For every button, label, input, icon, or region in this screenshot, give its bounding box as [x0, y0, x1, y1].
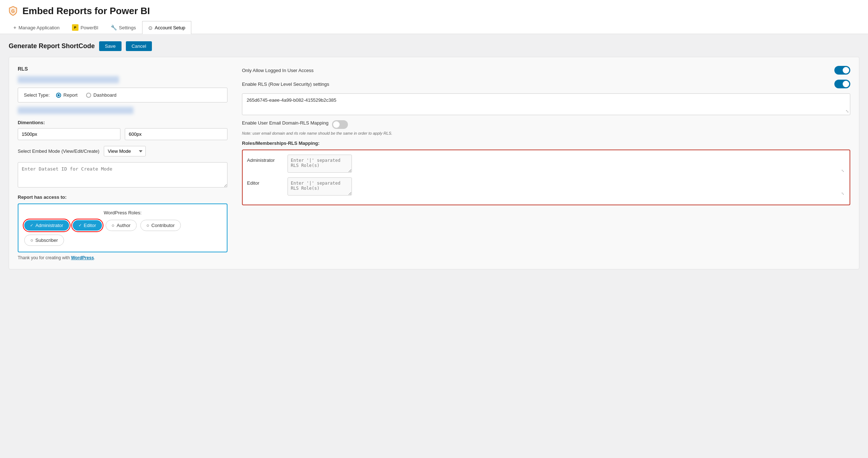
right-column: Only Allow Logged In User Access Enable …	[242, 66, 850, 260]
wordpress-roles-title: WordPress Roles:	[24, 210, 221, 215]
main-card: RLS Select Type: Report Dashboard Diment…	[9, 57, 859, 269]
email-domain-toggle-row: Enable User Email Domain-RLS Mapping	[242, 120, 850, 129]
wp-credit-link[interactable]: WordPress	[71, 255, 94, 260]
tab-settings-label: Settings	[119, 25, 136, 30]
email-note: Note: user email domain and rls role nam…	[242, 131, 850, 135]
roles-box: WordPress Roles: ✓ Administrator ✓ Edito…	[18, 203, 227, 252]
rls-settings-toggle[interactable]	[834, 80, 850, 88]
embed-mode-select[interactable]: View Mode Edit Mode Create Mode	[104, 146, 146, 156]
wrench-icon: 🔧	[111, 25, 117, 30]
rls-mapping-label: Roles/Memberships-RLS Mapping:	[242, 140, 850, 146]
select-type-label: Select Type:	[24, 92, 50, 98]
radio-dashboard-dot	[86, 93, 91, 98]
width-input[interactable]	[18, 128, 120, 140]
roles-row: ✓ Administrator ✓ Editor ○ Author ○	[24, 220, 221, 246]
check-editor-icon: ✓	[78, 223, 82, 228]
tab-account-setup[interactable]: ⊙ Account Setup	[142, 21, 192, 34]
left-column: RLS Select Type: Report Dashboard Diment…	[18, 66, 227, 260]
radio-author-icon: ○	[112, 223, 115, 228]
height-input[interactable]	[125, 128, 227, 140]
rls-settings-slider	[834, 80, 850, 88]
app-title-text: Embed Reports for Power BI	[22, 5, 150, 17]
save-button[interactable]: Save	[99, 41, 122, 51]
tab-account-setup-label: Account Setup	[155, 25, 186, 30]
role-author-button[interactable]: ○ Author	[106, 220, 137, 231]
role-author-label: Author	[116, 223, 130, 228]
role-editor-label: Editor	[84, 223, 96, 228]
powerbi-icon: P	[72, 24, 78, 31]
page-heading-row: Generate Report ShortCode Save Cancel	[9, 41, 859, 51]
page-content: Generate Report ShortCode Save Cancel RL…	[0, 34, 868, 277]
app-header: G Embed Reports for Power BI + Manage Ap…	[0, 0, 868, 34]
plus-icon: +	[13, 25, 16, 30]
role-administrator-label: Administrator	[35, 223, 63, 228]
radio-dashboard-label: Dashboard	[93, 92, 116, 98]
role-contributor-label: Contributor	[152, 223, 175, 228]
logged-in-toggle[interactable]	[834, 66, 850, 75]
rls-editor-textarea[interactable]	[288, 177, 352, 196]
app-logo-icon: G	[7, 5, 19, 17]
role-contributor-button[interactable]: ○ Contributor	[140, 220, 181, 231]
email-domain-slider	[332, 120, 348, 129]
rls-editor-row: Editor ⤡	[247, 177, 845, 197]
rls-mapping-box: Administrator ⤡ Editor ⤡	[242, 150, 850, 205]
embed-mode-row: Select Embed Mode (View/Edit/Create) Vie…	[18, 146, 227, 156]
rls-admin-name: Administrator	[247, 155, 283, 163]
svg-text:G: G	[11, 9, 14, 14]
dimensions-label: Dimentions:	[18, 120, 227, 125]
guid-box: 265d6745-eaee-4a99-b082-415529b2c385 ⤡	[242, 93, 850, 115]
access-label: Report has access to:	[18, 194, 227, 200]
radio-dashboard[interactable]: Dashboard	[86, 92, 116, 98]
tab-manage-application[interactable]: + Manage Application	[7, 21, 66, 34]
check-admin-icon: ✓	[30, 223, 33, 228]
tab-powerbi-label: PowerBI	[81, 25, 98, 30]
embed-mode-label: Select Embed Mode (View/Edit/Create)	[18, 148, 99, 154]
rls-editor-resize-icon: ⤡	[841, 192, 844, 196]
guid-resize-icon: ⤡	[846, 109, 849, 114]
page-heading: Generate Report ShortCode	[9, 42, 95, 50]
email-domain-toggle[interactable]	[332, 120, 348, 129]
dimensions-row	[18, 128, 227, 140]
guid-value: 265d6745-eaee-4a99-b082-415529b2c385	[247, 97, 336, 103]
radio-report-label: Report	[63, 92, 77, 98]
rls-section-label: RLS	[18, 66, 227, 72]
logged-in-label: Only Allow Logged In User Access	[242, 68, 314, 73]
rls-admin-resize-icon: ⤡	[841, 169, 844, 173]
logged-in-toggle-row: Only Allow Logged In User Access	[242, 66, 850, 75]
rls-settings-label: Enable RLS (Row Level Security) settings	[242, 81, 329, 87]
role-editor-button[interactable]: ✓ Editor	[73, 220, 102, 231]
blurred-field-1	[18, 76, 119, 83]
embed-mode-select-wrap: View Mode Edit Mode Create Mode	[104, 146, 146, 156]
logged-in-slider	[834, 66, 850, 75]
rls-settings-toggle-row: Enable RLS (Row Level Security) settings	[242, 80, 850, 88]
cancel-button[interactable]: Cancel	[126, 41, 152, 51]
wp-credit-text: Thank you for creating with	[18, 255, 70, 260]
rls-admin-row: Administrator ⤡	[247, 155, 845, 174]
radio-contributor-icon: ○	[146, 223, 149, 228]
email-domain-label: Enable User Email Domain-RLS Mapping	[242, 120, 328, 126]
radio-report-dot	[56, 93, 61, 98]
tab-powerbi[interactable]: P PowerBI	[66, 21, 105, 34]
tab-manage-application-label: Manage Application	[18, 25, 59, 30]
select-type-box: Select Type: Report Dashboard	[18, 88, 227, 102]
tab-settings[interactable]: 🔧 Settings	[105, 21, 142, 34]
role-administrator-button[interactable]: ✓ Administrator	[24, 220, 69, 231]
rls-admin-textarea[interactable]	[288, 155, 352, 173]
role-subscriber-label: Subscriber	[35, 238, 58, 243]
app-title-row: G Embed Reports for Power BI	[7, 5, 861, 17]
rls-editor-name: Editor	[247, 177, 283, 186]
radio-subscriber-icon: ○	[30, 238, 33, 243]
radio-report[interactable]: Report	[56, 92, 77, 98]
blurred-field-2	[18, 107, 133, 114]
nav-tabs: + Manage Application P PowerBI 🔧 Setting…	[7, 21, 861, 34]
signin-icon: ⊙	[148, 25, 153, 31]
dataset-id-textarea[interactable]	[18, 162, 227, 188]
wp-credit: Thank you for creating with WordPress.	[18, 255, 227, 260]
role-subscriber-button[interactable]: ○ Subscriber	[24, 235, 64, 246]
